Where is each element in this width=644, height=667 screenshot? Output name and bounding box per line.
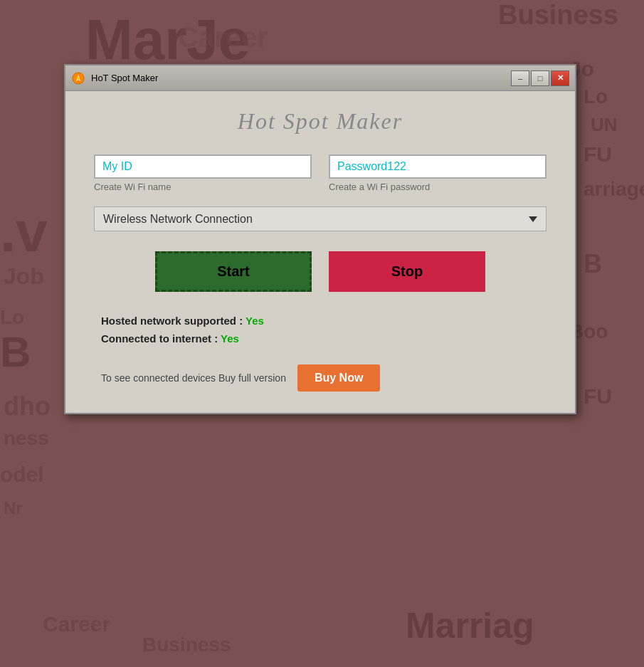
bg-word: Career	[43, 612, 110, 636]
wifi-name-label: Create Wi Fi name	[94, 182, 312, 192]
network-dropdown[interactable]: Wireless Network Connection Local Area C…	[94, 206, 547, 231]
app-window: HoT Spot Maker – □ ✕ Hot Spot Maker Crea…	[64, 64, 576, 414]
bg-word: Lo	[0, 306, 24, 329]
stop-button[interactable]: Stop	[329, 251, 485, 292]
action-buttons-row: Start Stop	[94, 251, 547, 292]
bg-word: .v	[0, 199, 48, 265]
bg-word: Marriag	[406, 605, 534, 646]
bg-word: Business	[498, 0, 618, 31]
hosted-network-status: Hosted network supported : Yes	[101, 315, 547, 327]
bg-word: Job	[4, 263, 44, 290]
buy-text: To see connected devices Buy full versio…	[101, 372, 286, 384]
wifi-password-input[interactable]	[329, 154, 547, 179]
internet-status: Connected to internet : Yes	[101, 332, 547, 345]
close-button[interactable]: ✕	[551, 70, 569, 86]
bg-word: ness	[4, 427, 49, 450]
window-content: Hot Spot Maker Create Wi Fi name Create …	[65, 91, 575, 413]
svg-point-1	[77, 77, 80, 80]
bg-word: Career	[178, 21, 268, 53]
bg-word: dho	[4, 392, 51, 421]
bg-word: B	[584, 249, 602, 279]
app-icon	[71, 71, 85, 85]
minimize-button[interactable]: –	[511, 70, 529, 86]
hosted-network-value: Yes	[246, 315, 264, 327]
internet-label: Connected to internet :	[101, 332, 221, 345]
hosted-network-label: Hosted network supported :	[101, 315, 246, 327]
wifi-password-group: Create a Wi Fi password	[329, 154, 547, 192]
wifi-password-label: Create a Wi Fi password	[329, 182, 547, 192]
fields-row: Create Wi Fi name Create a Wi Fi passwor…	[94, 154, 547, 192]
window-controls: – □ ✕	[511, 70, 569, 86]
start-button[interactable]: Start	[155, 251, 312, 292]
bg-word: arriage	[584, 178, 644, 201]
bg-word: Lo	[584, 85, 608, 108]
network-dropdown-row: Wireless Network Connection Local Area C…	[94, 206, 547, 231]
internet-value: Yes	[221, 332, 239, 345]
bg-word: odel	[0, 463, 44, 487]
restore-button[interactable]: □	[531, 70, 549, 86]
window-title: HoT Spot Maker	[91, 73, 511, 83]
bg-word: Nr	[4, 498, 23, 518]
wifi-name-group: Create Wi Fi name	[94, 154, 312, 192]
status-section: Hosted network supported : Yes Connected…	[94, 315, 547, 345]
titlebar: HoT Spot Maker – □ ✕	[65, 65, 575, 91]
bg-word: FU	[584, 384, 612, 409]
buy-button[interactable]: Buy Now	[297, 364, 380, 392]
bg-word: B	[0, 327, 31, 377]
wifi-name-input[interactable]	[94, 154, 312, 179]
app-title: Hot Spot Maker	[94, 108, 547, 135]
bg-word: FU	[584, 142, 612, 167]
bg-word: MarJe	[85, 7, 250, 73]
bg-word: Business	[142, 634, 231, 656]
buy-row: To see connected devices Buy full versio…	[94, 364, 547, 392]
bg-word: UN	[591, 114, 618, 136]
